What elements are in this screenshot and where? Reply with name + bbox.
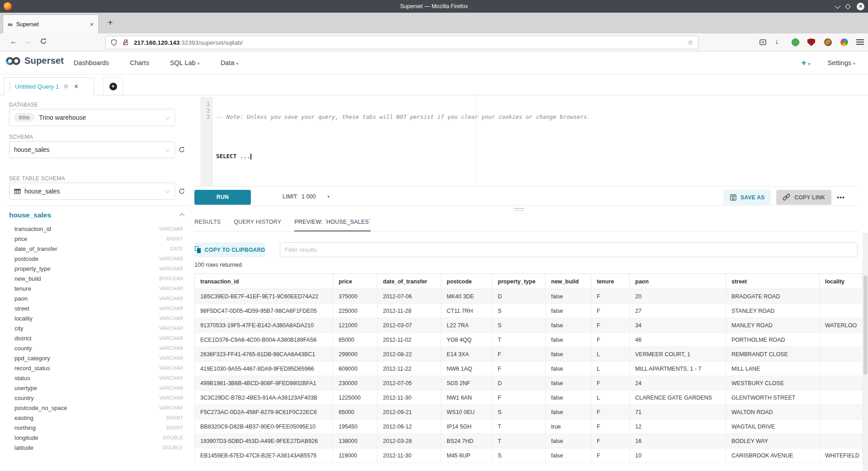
copy-to-clipboard-button[interactable]: COPY TO CLIPBOARD — [194, 242, 265, 257]
window-minimize-icon[interactable] — [835, 3, 841, 9]
settings-menu[interactable]: Settings▾ — [828, 59, 855, 66]
download-icon[interactable]: ↓ — [775, 38, 778, 46]
table-cell: false — [546, 405, 591, 419]
schema-column-row[interactable]: easting BIGINT — [9, 413, 183, 423]
schema-column-row[interactable]: longitude DOUBLE — [9, 433, 183, 443]
table-cell: 20 — [630, 289, 726, 304]
ublock-icon[interactable] — [807, 38, 815, 46]
extension-icon-pinwheel[interactable] — [840, 38, 848, 46]
filter-results-input[interactable] — [280, 242, 858, 257]
forward-button[interactable]: → — [24, 38, 31, 46]
copy-link-button[interactable]: COPY LINK — [776, 190, 831, 205]
query-tab-untitled[interactable]: Untitled Query 1 × — [4, 77, 94, 95]
chevron-up-icon[interactable] — [179, 213, 184, 218]
run-button[interactable]: RUN — [194, 190, 251, 205]
table-cell: F — [591, 419, 630, 434]
schema-column-row[interactable]: transaction_id VARCHAR — [9, 224, 183, 234]
schema-column-row[interactable]: district VARCHAR — [9, 333, 183, 343]
cookie-extension-icon[interactable] — [824, 38, 832, 46]
schema-column-row[interactable]: new_build BOOLEAN — [9, 273, 183, 283]
query-tab-close-icon[interactable]: × — [75, 83, 78, 90]
window-close-icon[interactable]: × — [857, 3, 864, 10]
table-cell: false — [546, 333, 591, 347]
table-header-cell[interactable]: new_build — [546, 274, 591, 289]
schema-column-row[interactable]: locality VARCHAR — [9, 313, 183, 323]
new-tab-button[interactable]: + — [108, 18, 113, 27]
schema-column-row[interactable]: status VARCHAR — [9, 373, 183, 383]
add-query-tab-button[interactable]: + — [103, 77, 123, 95]
window-maximize-icon[interactable] — [845, 4, 851, 9]
browser-tab[interactable]: ∞ Superset × — [3, 14, 99, 33]
table-header-cell[interactable]: property_type — [492, 274, 546, 289]
schema-column-row[interactable]: latitude DOUBLE — [9, 443, 183, 452]
results-tabbar: RESULTS QUERY HISTORY PREVIEW: `HOUSE_SA… — [194, 212, 859, 231]
superset-logo[interactable]: Superset — [5, 56, 64, 66]
table-header-cell[interactable]: postcode — [441, 274, 492, 289]
schema-column-row[interactable]: tenure VARCHAR — [9, 283, 183, 293]
pocket-icon[interactable] — [759, 38, 767, 46]
table-header-cell[interactable]: date_of_transfer — [377, 274, 441, 289]
nav-item-charts[interactable]: Charts — [130, 59, 149, 66]
scrollbar-thumb[interactable] — [863, 275, 868, 375]
schema-column-row[interactable]: usertype VARCHAR — [9, 383, 183, 393]
schema-column-row[interactable]: postcode VARCHAR — [9, 254, 183, 264]
column-name: postcode_no_space — [14, 405, 67, 411]
table-row: 98F5DC47-0D05-4D59-95B7-98CA6F1FDE052250… — [195, 304, 863, 318]
table-row: 3C3C29DC-B7B2-4BE5-914A-A38123AF403B1225… — [195, 391, 863, 405]
schema-column-row[interactable]: ppd_category VARCHAR — [9, 353, 183, 363]
vertical-scrollbar[interactable] — [863, 233, 868, 471]
schema-column-row[interactable]: date_of_transfer DATE — [9, 244, 183, 254]
resize-grip[interactable] — [514, 208, 524, 212]
sql-editor[interactable]: 1 2 3 -- Note: Unless you save your quer… — [194, 95, 859, 187]
table-header-cell[interactable]: tenure — [591, 274, 630, 289]
tab-close-icon[interactable]: × — [90, 21, 94, 28]
schema-column-row[interactable]: price BIGINT — [9, 234, 183, 244]
schema-select[interactable]: house_sales — [9, 141, 175, 158]
table-cell — [820, 304, 863, 318]
refresh-table-icon[interactable] — [178, 188, 185, 195]
table-cell: 1B5C39ED-BE7F-41EF-9E71-9C60EED74A22 — [195, 289, 333, 304]
insecure-lock-icon[interactable] — [122, 39, 129, 46]
extension-icon-green[interactable] — [792, 38, 799, 46]
menu-icon[interactable] — [856, 39, 864, 47]
reload-button[interactable] — [40, 38, 47, 45]
tracking-shield-icon[interactable] — [110, 39, 118, 46]
nav-item-sql-lab[interactable]: SQL Lab▾ — [170, 59, 200, 66]
nav-item-data[interactable]: Data▾ — [221, 59, 239, 66]
add-new-button[interactable]: +▾ — [801, 58, 810, 68]
tab-results[interactable]: RESULTS — [194, 212, 221, 231]
limit-dropdown[interactable]: LIMIT: 1 000 ▾ — [283, 187, 330, 206]
schema-column-row[interactable]: city VARCHAR — [9, 323, 183, 333]
url-bar[interactable]: 217.160.120.143:32393/superset/sqllab/ ☆ — [105, 36, 698, 49]
schema-column-row[interactable]: record_status VARCHAR — [9, 363, 183, 373]
back-button[interactable]: ← — [10, 38, 17, 46]
schema-column-row[interactable]: property_type VARCHAR — [9, 264, 183, 273]
editor-code[interactable]: -- Note: Unless you save your query, the… — [216, 97, 859, 186]
column-name: country — [14, 395, 34, 401]
schema-column-row[interactable]: postcode_no_space VARCHAR — [9, 403, 183, 413]
table-schema-header[interactable]: house_sales — [9, 211, 184, 219]
save-as-button[interactable]: SAVE AS — [723, 190, 771, 205]
table-header-cell[interactable]: paon — [630, 274, 726, 289]
table-cell: NW6 1AQ — [441, 362, 492, 376]
tab-query-history[interactable]: QUERY HISTORY — [234, 212, 281, 231]
table-cell: 419E1030-9A55-4467-8DA9-9FED95D65966 — [195, 362, 333, 376]
table-cell: 2012-07-06 — [377, 289, 441, 304]
schema-column-row[interactable]: county VARCHAR — [9, 343, 183, 353]
schema-column-row[interactable]: street VARCHAR — [9, 303, 183, 313]
tab-preview-house-sales[interactable]: PREVIEW: `HOUSE_SALES` — [294, 212, 371, 231]
table-header-cell[interactable]: locality — [820, 274, 863, 289]
database-select[interactable]: trino Trino warehouse — [9, 109, 175, 126]
schema-column-row[interactable]: country VARCHAR — [9, 393, 183, 403]
table-header-cell[interactable]: street — [726, 274, 820, 289]
schema-column-row[interactable]: northing BIGINT — [9, 423, 183, 433]
nav-item-dashboards[interactable]: Dashboards — [74, 59, 109, 66]
bookmark-star-icon[interactable]: ☆ — [688, 38, 693, 47]
table-select[interactable]: house_sales — [9, 183, 175, 200]
more-options-button[interactable]: ••• — [837, 194, 845, 201]
table-header-cell[interactable]: price — [333, 274, 377, 289]
schema-column-row[interactable]: paon VARCHAR — [9, 293, 183, 303]
table-header-cell[interactable]: transaction_id — [195, 274, 333, 289]
drag-handle-icon[interactable] — [9, 83, 10, 90]
refresh-schema-icon[interactable] — [178, 146, 185, 153]
